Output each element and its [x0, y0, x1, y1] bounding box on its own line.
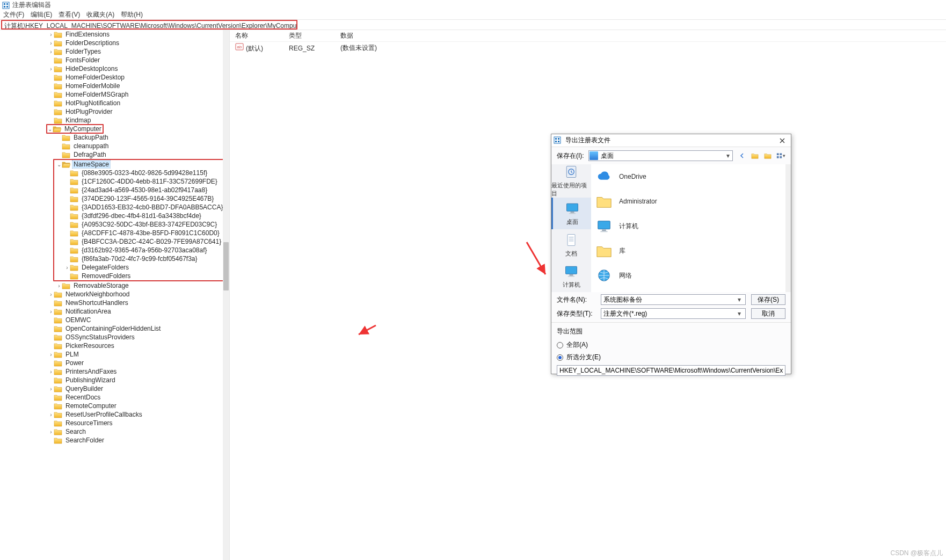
tree-item[interactable]: Power	[0, 359, 229, 367]
tree-item[interactable]: HotPlugNotification	[0, 99, 229, 107]
save-button[interactable]: 保存(S)	[751, 294, 785, 305]
menu-view[interactable]: 查看(V)	[59, 10, 80, 19]
places-desktop[interactable]: 桌面	[551, 198, 591, 229]
radio-all[interactable]: 全部(A)	[557, 340, 785, 350]
value-list[interactable]: 名称 类型 数据 (默认) REG_SZ (数值未设置) 导出注册表文件 保存在…	[230, 30, 946, 560]
filename-input[interactable]: 系统图标备份▾	[601, 294, 746, 305]
tree-item[interactable]: ›NotificationArea	[0, 307, 229, 316]
chevron-right-icon[interactable]: ›	[48, 412, 54, 418]
chevron-right-icon[interactable]: ›	[48, 49, 54, 55]
tree-item[interactable]: ›PLM	[0, 350, 229, 359]
tree-item[interactable]: {A8CDFF1C-4878-43be-B5FD-F8091C1C60D0}	[54, 229, 227, 237]
file-item[interactable]: OneDrive	[591, 164, 791, 189]
chevron-right-icon[interactable]: ›	[48, 40, 54, 46]
menu-help[interactable]: 帮助(H)	[121, 10, 143, 19]
radio-branch[interactable]: 所选分支(E)	[557, 353, 785, 362]
tree-item[interactable]: ›NetworkNeighborhood	[0, 290, 229, 299]
chevron-right-icon[interactable]: ›	[64, 265, 70, 271]
tree-item[interactable]: HomeFolderMSGraph	[0, 90, 229, 99]
tree-item[interactable]: {f86fa3ab-70d2-4fc7-9c99-fcbf05467f3a}	[54, 254, 227, 263]
chevron-down-icon[interactable]: ⌄	[56, 162, 62, 168]
filetype-combo[interactable]: 注册文件(*.reg)▾	[601, 308, 746, 319]
tree-item[interactable]: PublishingWizard	[0, 376, 229, 384]
tree-item[interactable]: ResourceTimers	[0, 419, 229, 427]
tree-item[interactable]: {d3162b92-9365-467a-956b-92703aca08af}	[54, 246, 227, 254]
file-item[interactable]: Administrator	[591, 189, 791, 214]
cancel-button[interactable]: 取消	[751, 308, 785, 319]
tree-item[interactable]: PickerResources	[0, 341, 229, 350]
tree-item[interactable]: OpenContainingFolderHiddenList	[0, 324, 229, 333]
tree-item[interactable]: {24ad3ad4-a569-4530-98e1-ab02f9417aa8}	[54, 186, 227, 194]
tree-item[interactable]: ›RemovableStorage	[0, 281, 229, 290]
tree-item[interactable]: ⌄NameSpace	[54, 160, 227, 169]
tree-item[interactable]: ›DelegateFolders	[54, 263, 227, 272]
tree-item[interactable]: {374DE290-123F-4565-9164-39C4925E467B}	[54, 194, 227, 203]
menu-fav[interactable]: 收藏夹(A)	[86, 10, 114, 19]
chevron-right-icon[interactable]: ›	[48, 369, 54, 375]
menu-file[interactable]: 文件(F)	[3, 10, 24, 19]
dialog-titlebar[interactable]: 导出注册表文件	[551, 134, 791, 147]
file-item[interactable]: 库	[591, 238, 791, 263]
tree-item[interactable]: HomeFolderMobile	[0, 82, 229, 90]
chevron-right-icon[interactable]: ›	[48, 429, 54, 435]
col-name[interactable]: 名称	[235, 31, 289, 40]
registry-tree[interactable]: ›FindExtensions›FolderDescriptions›Folde…	[0, 30, 230, 560]
tree-item[interactable]: ›Search	[0, 427, 229, 436]
col-type[interactable]: 类型	[289, 31, 340, 40]
address-bar[interactable]: 计算机\HKEY_LOCAL_MACHINE\SOFTWARE\Microsof…	[1, 20, 297, 30]
tree-item[interactable]: DefragPath	[0, 150, 229, 159]
chevron-right-icon[interactable]: ›	[56, 283, 62, 289]
tree-item[interactable]: SearchFolder	[0, 436, 229, 445]
tree-item[interactable]: {088e3905-0323-4b02-9826-5d99428e115f}	[54, 169, 227, 177]
tree-item[interactable]: HotPlugProvider	[0, 107, 229, 116]
branch-path-input[interactable]	[557, 365, 785, 376]
tree-item[interactable]: {A0953C92-50DC-43bf-BE83-3742FED03C9C}	[54, 220, 227, 229]
file-browser[interactable]: OneDriveAdministrator计算机库网络	[591, 164, 791, 292]
tree-item[interactable]: cleanuppath	[0, 142, 229, 150]
chevron-right-icon[interactable]: ›	[48, 386, 54, 392]
file-item[interactable]: 网络	[591, 263, 791, 288]
tree-item[interactable]: OSSyncStatusProviders	[0, 333, 229, 341]
tree-item[interactable]: ›FolderDescriptions	[0, 39, 229, 47]
places-recent[interactable]: 最近使用的项目	[551, 164, 591, 198]
places-pc[interactable]: 计算机	[551, 260, 591, 292]
tree-item[interactable]: RecentDocs	[0, 393, 229, 402]
tree-item[interactable]: ⌄MyComputer	[0, 125, 229, 133]
tree-item[interactable]: RemovedFolders	[54, 272, 227, 280]
tree-item[interactable]: ›FindExtensions	[0, 30, 229, 39]
tree-item[interactable]: ›QueryBuilder	[0, 384, 229, 393]
tree-item[interactable]: {1CF1260C-4DD0-4ebb-811F-33C572699FDE}	[54, 177, 227, 186]
tree-item[interactable]: RemoteComputer	[0, 402, 229, 410]
back-icon[interactable]	[737, 151, 747, 161]
close-button[interactable]	[776, 135, 789, 146]
tree-item[interactable]: BackupPath	[0, 133, 229, 142]
tree-item[interactable]: ›FolderTypes	[0, 47, 229, 56]
tree-item[interactable]: {3dfdf296-dbec-4fb4-81d1-6a3438bcf4de}	[54, 212, 227, 220]
tree-item[interactable]: FontsFolder	[0, 56, 229, 64]
places-docs[interactable]: 文档	[551, 229, 591, 261]
tree-item[interactable]: ›HideDesktopIcons	[0, 64, 229, 73]
tree-item[interactable]: {B4BFCC3A-DB2C-424C-B029-7FE99A87C641}	[54, 237, 227, 246]
tree-scrollbar[interactable]	[223, 30, 229, 560]
tree-item[interactable]: {3ADD1653-EB32-4cb0-BBD7-DFA0ABB5ACCA}	[54, 203, 227, 212]
file-item[interactable]: 计算机	[591, 214, 791, 238]
value-row[interactable]: (默认) REG_SZ (数值未设置)	[230, 42, 946, 54]
tree-item[interactable]: Kindmap	[0, 116, 229, 125]
chevron-right-icon[interactable]: ›	[48, 292, 54, 297]
chevron-right-icon[interactable]: ›	[48, 352, 54, 358]
tree-item[interactable]: NewShortcutHandlers	[0, 299, 229, 307]
new-folder-icon[interactable]	[763, 151, 773, 161]
tree-item[interactable]: ›PrintersAndFaxes	[0, 367, 229, 376]
chevron-right-icon[interactable]: ›	[48, 32, 54, 38]
views-icon[interactable]: ▾	[776, 151, 785, 161]
up-folder-icon[interactable]	[750, 151, 760, 161]
browser-scrollbar[interactable]	[785, 164, 791, 292]
tree-item[interactable]: OEMWC	[0, 316, 229, 324]
chevron-down-icon[interactable]: ⌄	[47, 126, 53, 132]
tree-item[interactable]: ›ResetUserProfileCallbacks	[0, 410, 229, 419]
menu-edit[interactable]: 编辑(E)	[31, 10, 52, 19]
chevron-right-icon[interactable]: ›	[48, 66, 54, 72]
col-data[interactable]: 数据	[340, 31, 946, 40]
save-in-combo[interactable]: 桌面 ▾	[588, 150, 733, 161]
chevron-right-icon[interactable]: ›	[48, 309, 54, 315]
